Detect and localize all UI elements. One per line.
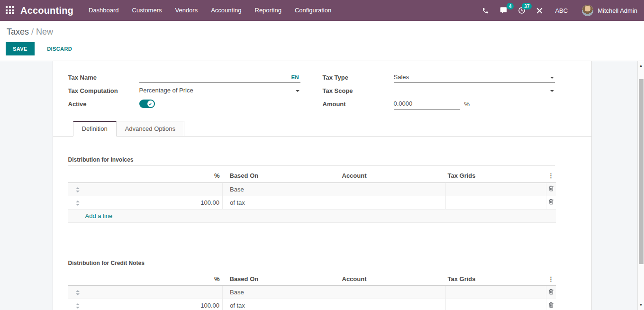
cell-tax-grids[interactable] — [446, 196, 546, 209]
toggle-check-icon: ✓ — [147, 100, 154, 107]
tax-scope-select[interactable] — [394, 85, 555, 96]
cell-based-on[interactable]: Base — [223, 182, 340, 196]
delete-row-icon[interactable] — [548, 185, 554, 191]
delete-row-icon[interactable] — [548, 289, 554, 295]
cell-based-on[interactable]: of tax — [223, 299, 340, 310]
table-row[interactable]: 100.00 of tax — [68, 196, 556, 209]
nav-item-reporting[interactable]: Reporting — [248, 0, 288, 21]
column-header-based-on[interactable]: Based On — [223, 169, 340, 182]
delete-row-icon[interactable] — [548, 199, 554, 205]
active-label: Active — [68, 100, 139, 108]
chevron-down-icon[interactable] — [550, 77, 554, 79]
amount-input[interactable]: 0.0000 — [394, 99, 460, 109]
main-menu: Dashboard Customers Vendors Accounting R… — [82, 0, 338, 21]
drag-handle-icon[interactable] — [76, 290, 80, 295]
button-box: SAVE DISCARD — [6, 42, 644, 55]
tax-computation-select[interactable]: Percentage of Price — [139, 85, 300, 96]
discard-button[interactable]: DISCARD — [43, 42, 76, 55]
form-view: Tax Name EN Tax Computation Percentage o… — [0, 61, 644, 310]
nav-item-accounting[interactable]: Accounting — [204, 0, 248, 21]
cell-tax-grids[interactable] — [446, 299, 546, 310]
phone-icon[interactable] — [477, 0, 494, 21]
add-line-row: Add a line — [68, 209, 556, 222]
activities-icon[interactable]: 37 — [513, 0, 531, 21]
vertical-scrollbar[interactable]: ▲ ▼ — [637, 61, 644, 310]
tax-type-label: Tax Type — [323, 74, 394, 81]
form-sheet: Tax Name EN Tax Computation Percentage o… — [53, 61, 592, 310]
breadcrumb-parent[interactable]: Taxes — [7, 27, 29, 36]
tab-definition[interactable]: Definition — [73, 121, 117, 137]
invoice-distribution-title: Distribution for Invoices — [68, 156, 555, 166]
cell-percent[interactable]: 100.00 — [87, 196, 223, 209]
invoice-distribution-table: % Based On Account Tax Grids ⋮ Base — [68, 169, 556, 223]
delete-row-icon[interactable] — [548, 302, 554, 308]
amount-label: Amount — [323, 100, 394, 108]
column-header-tax-grids[interactable]: Tax Grids — [446, 273, 546, 286]
cell-account[interactable] — [340, 182, 446, 196]
cell-percent[interactable] — [87, 182, 223, 196]
tax-scope-label: Tax Scope — [323, 87, 394, 94]
breadcrumb-current: New — [36, 27, 53, 36]
cell-tax-grids[interactable] — [446, 286, 546, 299]
top-navbar: Accounting Dashboard Customers Vendors A… — [0, 0, 644, 21]
credit-note-distribution-table: % Based On Account Tax Grids ⋮ Base — [68, 273, 556, 310]
cell-based-on[interactable]: Base — [223, 286, 340, 299]
column-header-based-on[interactable]: Based On — [223, 273, 340, 286]
navbar-systray: 4 37 ABC Mitchell Admin — [477, 0, 637, 21]
column-header-account[interactable]: Account — [340, 169, 446, 182]
column-header-account[interactable]: Account — [340, 273, 446, 286]
tools-icon[interactable] — [531, 0, 548, 21]
nav-item-configuration[interactable]: Configuration — [288, 0, 338, 21]
drag-handle-icon[interactable] — [76, 201, 80, 206]
optional-columns-icon[interactable]: ⋮ — [546, 275, 556, 283]
table-row[interactable]: Base — [68, 286, 556, 299]
tax-name-label: Tax Name — [68, 74, 139, 81]
breadcrumb-separator: / — [31, 27, 34, 36]
nav-item-customers[interactable]: Customers — [126, 0, 169, 21]
scroll-down-icon[interactable]: ▼ — [638, 302, 644, 309]
table-row[interactable]: 100.00 of tax — [68, 299, 556, 310]
cell-percent[interactable]: 100.00 — [87, 299, 223, 310]
cell-based-on[interactable]: of tax — [223, 196, 340, 209]
chevron-down-icon[interactable] — [550, 90, 554, 92]
drag-handle-icon[interactable] — [76, 303, 80, 309]
nav-item-dashboard[interactable]: Dashboard — [82, 0, 126, 21]
credit-note-distribution-title: Distribution for Credit Notes — [68, 260, 555, 269]
column-header-percent[interactable]: % — [87, 273, 223, 286]
company-switcher[interactable]: ABC — [555, 7, 568, 14]
add-line-link[interactable]: Add a line — [85, 212, 113, 219]
chevron-down-icon[interactable] — [296, 90, 299, 92]
app-name[interactable]: Accounting — [20, 5, 73, 16]
cell-account[interactable] — [340, 196, 446, 209]
breadcrumb: Taxes/New — [7, 27, 644, 37]
percent-suffix: % — [464, 100, 470, 108]
language-tag[interactable]: EN — [291, 74, 300, 80]
tax-type-select[interactable]: Sales — [394, 72, 555, 83]
avatar[interactable] — [582, 5, 593, 16]
column-header-percent[interactable]: % — [87, 169, 223, 182]
messages-icon[interactable]: 4 — [494, 0, 513, 21]
save-button[interactable]: SAVE — [6, 42, 35, 55]
tax-form-fields: Tax Name EN Tax Computation Percentage o… — [68, 71, 555, 110]
scroll-up-icon[interactable]: ▲ — [638, 63, 644, 69]
scrollbar-thumb[interactable] — [639, 79, 644, 264]
tax-computation-label: Tax Computation — [68, 87, 139, 94]
active-toggle[interactable]: ✓ — [139, 100, 155, 108]
activities-badge: 37 — [522, 3, 532, 9]
optional-columns-icon[interactable]: ⋮ — [546, 172, 556, 179]
control-panel: Taxes/New SAVE DISCARD — [0, 21, 644, 61]
cell-account[interactable] — [340, 286, 446, 299]
tab-advanced-options[interactable]: Advanced Options — [117, 121, 184, 137]
cell-percent[interactable] — [87, 286, 223, 299]
cell-account[interactable] — [340, 299, 446, 310]
user-name[interactable]: Mitchell Admin — [598, 7, 637, 14]
notebook-tabs: Definition Advanced Options — [53, 121, 591, 137]
nav-item-vendors[interactable]: Vendors — [168, 0, 204, 21]
cell-tax-grids[interactable] — [446, 182, 546, 196]
column-header-tax-grids[interactable]: Tax Grids — [446, 169, 546, 182]
table-row[interactable]: Base — [68, 182, 556, 196]
drag-handle-icon[interactable] — [76, 187, 80, 192]
tax-name-field[interactable]: EN — [139, 72, 300, 83]
apps-menu-icon[interactable] — [6, 6, 14, 15]
